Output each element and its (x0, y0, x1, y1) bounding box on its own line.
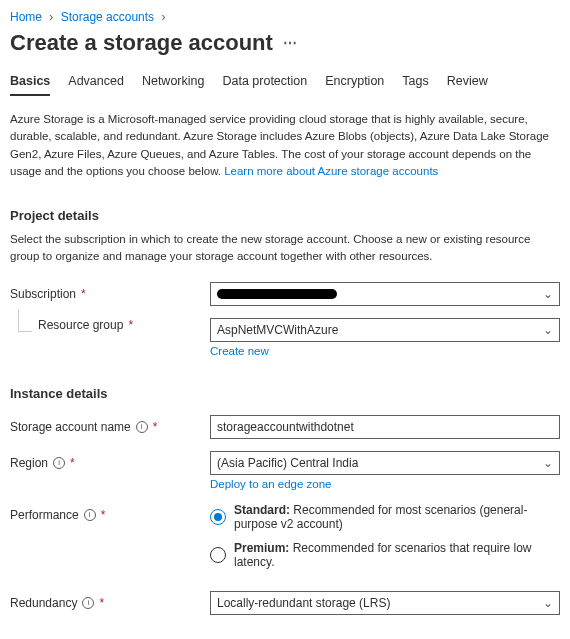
project-details-heading: Project details (10, 208, 560, 223)
resource-group-label: Resource group * (38, 318, 133, 332)
redacted-text (217, 289, 337, 299)
tabs: Basics Advanced Networking Data protecti… (10, 74, 560, 97)
intro-text: Azure Storage is a Microsoft-managed ser… (10, 111, 560, 180)
subscription-label: Subscription * (10, 282, 210, 301)
info-icon[interactable]: i (82, 597, 94, 609)
chevron-right-icon: › (161, 10, 165, 24)
instance-details-heading: Instance details (10, 386, 560, 401)
breadcrumb-storage-accounts[interactable]: Storage accounts (61, 10, 154, 24)
tab-advanced[interactable]: Advanced (68, 74, 124, 96)
chevron-down-icon: ⌄ (543, 456, 553, 470)
learn-more-link[interactable]: Learn more about Azure storage accounts (224, 165, 438, 177)
redundancy-label: Redundancy i * (10, 591, 210, 610)
chevron-down-icon: ⌄ (543, 323, 553, 337)
resource-group-select[interactable]: AspNetMVCWithAzure ⌄ (210, 318, 560, 342)
tree-connector-icon (18, 310, 32, 332)
deploy-edge-zone-link[interactable]: Deploy to an edge zone (210, 478, 331, 490)
page-title: Create a storage account ⋯ (10, 30, 560, 56)
info-icon[interactable]: i (53, 457, 65, 469)
chevron-down-icon: ⌄ (543, 287, 553, 301)
region-select[interactable]: (Asia Pacific) Central India ⌄ (210, 451, 560, 475)
tab-encryption[interactable]: Encryption (325, 74, 384, 96)
project-details-sub: Select the subscription in which to crea… (10, 231, 560, 266)
more-icon[interactable]: ⋯ (283, 36, 297, 50)
region-value: (Asia Pacific) Central India (217, 456, 358, 470)
performance-premium-radio[interactable] (210, 547, 226, 563)
tab-basics[interactable]: Basics (10, 74, 50, 96)
breadcrumb-home[interactable]: Home (10, 10, 42, 24)
subscription-select[interactable]: ⌄ (210, 282, 560, 306)
info-icon[interactable]: i (84, 509, 96, 521)
storage-account-name-input[interactable]: storageaccountwithdotnet (210, 415, 560, 439)
resource-group-value: AspNetMVCWithAzure (217, 323, 338, 337)
redundancy-select[interactable]: Locally-redundant storage (LRS) ⌄ (210, 591, 560, 615)
performance-standard-text: Standard: Recommended for most scenarios… (234, 503, 560, 531)
performance-premium-text: Premium: Recommended for scenarios that … (234, 541, 560, 569)
performance-standard-radio[interactable] (210, 509, 226, 525)
chevron-down-icon: ⌄ (543, 596, 553, 610)
page-title-text: Create a storage account (10, 30, 273, 56)
region-label: Region i * (10, 451, 210, 470)
storage-account-name-label: Storage account name i * (10, 415, 210, 434)
tab-tags[interactable]: Tags (402, 74, 428, 96)
info-icon[interactable]: i (136, 421, 148, 433)
breadcrumb: Home › Storage accounts › (10, 10, 560, 24)
storage-account-name-value: storageaccountwithdotnet (217, 420, 354, 434)
tab-review[interactable]: Review (447, 74, 488, 96)
chevron-right-icon: › (49, 10, 53, 24)
tab-networking[interactable]: Networking (142, 74, 205, 96)
tab-data-protection[interactable]: Data protection (222, 74, 307, 96)
redundancy-value: Locally-redundant storage (LRS) (217, 596, 390, 610)
performance-label: Performance i * (10, 503, 210, 522)
create-new-link[interactable]: Create new (210, 345, 269, 357)
